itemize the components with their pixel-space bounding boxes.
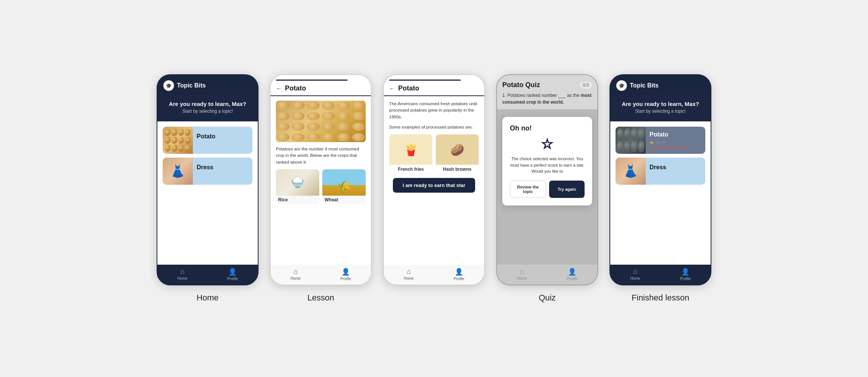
finished-potato-name: Potato — [649, 131, 705, 138]
back-arrow2[interactable]: ← — [389, 85, 395, 92]
crop-wheat: 🌾 Wheat — [322, 169, 366, 204]
hero-title: Are you ready to learn, Max? — [169, 101, 246, 107]
quiz-label: Quiz — [539, 293, 556, 303]
crops-grid: 🍚 Rice 🌾 Wheat — [276, 169, 366, 204]
modal-title: Oh no! — [510, 124, 532, 132]
modal-text: The choice selected was incorrect. You m… — [510, 156, 585, 175]
home-icon: ⌂ — [294, 268, 298, 276]
quiz-nav-home[interactable]: ⌂ Home — [517, 268, 527, 281]
topic-card-potato[interactable]: Potato ☆ ☆ ☆ — [163, 127, 252, 154]
app-title: Topic Bits — [177, 82, 206, 89]
finished-header: 🎓 Topic Bits — [610, 75, 711, 95]
wheat-img: 🌾 — [322, 169, 366, 196]
back-row2: ← Potato — [389, 84, 479, 92]
profile-icon-q: 👤 — [568, 268, 576, 276]
topic-card-dress[interactable]: 👗 Dress ☆ ☆ ☆ — [163, 158, 252, 185]
rice-img: 🍚 — [276, 169, 319, 196]
lesson-phone: ← Potato Potatoes are the number 4 most … — [270, 74, 372, 285]
lesson2-nav: ⌂ Home 👤 Profile — [384, 265, 484, 285]
quiz-title-row: Potato Quiz 0/3 — [502, 81, 592, 89]
profile-icon2: 👤 — [455, 268, 463, 276]
profile-label: Profile — [227, 277, 238, 281]
earn-star-button[interactable]: I am ready to earn that star — [393, 178, 475, 193]
lesson2-intro: The Americans consumed fresh potatoes un… — [389, 101, 479, 120]
profile-label2: Profile — [454, 277, 464, 281]
lesson2-body: The Americans consumed fresh potatoes un… — [384, 96, 484, 265]
finished-potato-info: Potato ★ ☆ ☆ Come back in 24 hours — [649, 131, 705, 149]
home-label2: Home — [404, 276, 414, 280]
lesson-hero-img — [276, 101, 366, 142]
lesson2-nav-profile[interactable]: 👤 Profile — [454, 268, 464, 281]
star-2: ☆ — [203, 172, 208, 178]
come-back-text: Come back in 24 hours — [649, 146, 705, 149]
finished-nav-home[interactable]: ⌂ Home — [630, 268, 640, 281]
nav-home[interactable]: ⌂ Home — [177, 268, 188, 281]
potato-info: Potato ☆ ☆ ☆ — [197, 133, 252, 147]
finished-dress-info: Dress ☆ ☆ ☆ — [649, 164, 705, 178]
dress-info: Dress ☆ ☆ ☆ — [197, 164, 252, 178]
finished-topic-potato[interactable]: Potato ★ ☆ ☆ Come back in 24 hours — [616, 127, 705, 154]
star-3: ☆ — [209, 172, 214, 178]
lesson2-examples: Some examples of processed potatoes are: — [389, 124, 479, 130]
profile-icon: 👤 — [342, 268, 350, 276]
quiz-title: Potato Quiz — [502, 81, 540, 89]
potato-bunch — [163, 127, 193, 154]
star-3: ☆ — [209, 141, 214, 147]
star-1: ☆ — [197, 172, 202, 178]
home-phone: 🎓 Topic Bits Are you ready to learn, Max… — [157, 74, 259, 285]
lesson-nav: ⌂ Home 👤 Profile — [271, 265, 371, 285]
app-logo-f: 🎓 — [616, 80, 627, 91]
back-row: ← Potato — [276, 84, 366, 92]
home-header: 🎓 Topic Bits — [157, 75, 258, 95]
home-icon-f: ⌂ — [633, 268, 637, 276]
home-label: Home — [197, 293, 219, 303]
home-topics: Potato ☆ ☆ ☆ 👗 Dress — [157, 121, 258, 265]
lesson-nav-home[interactable]: ⌂ Home — [291, 268, 301, 281]
hero-text-f: Are you ready to learn, Max? Start by se… — [622, 101, 699, 114]
profile-label-q: Profile — [567, 277, 577, 281]
lesson-screen-wrapper: ← Potato Potatoes are the number 4 most … — [270, 74, 372, 303]
home-screen-wrapper: 🎓 Topic Bits Are you ready to learn, Max… — [157, 74, 259, 303]
profile-icon-f: 👤 — [681, 268, 689, 276]
potato-stars: ☆ ☆ ☆ — [197, 141, 252, 147]
quiz-modal: Oh no! ☆ The choice selected was incorre… — [502, 117, 592, 205]
lesson-header: ← Potato — [271, 75, 371, 96]
home-icon-q: ⌂ — [520, 268, 524, 276]
quiz-nav-profile[interactable]: 👤 Profile — [567, 268, 577, 281]
lesson-nav-profile[interactable]: 👤 Profile — [340, 268, 351, 281]
fries-img: 🍟 — [389, 135, 432, 165]
finished-nav-profile[interactable]: 👤 Profile — [680, 268, 691, 281]
nav-profile[interactable]: 👤 Profile — [227, 268, 238, 281]
lesson2-nav-home[interactable]: ⌂ Home — [404, 268, 414, 281]
try-again-button[interactable]: Try again — [549, 181, 585, 198]
review-topic-button[interactable]: Review the topic — [510, 181, 546, 198]
star-2: ☆ — [203, 141, 208, 147]
lesson2-header: ← Potato — [384, 75, 484, 96]
quiz-bottom-nav: ⌂ Home 👤 Profile — [497, 265, 597, 285]
lesson-label: Lesson — [308, 293, 334, 303]
finished-dress-thumb: 👗 — [616, 158, 646, 185]
potato-name: Potato — [197, 133, 252, 140]
lesson-title: Potato — [285, 84, 306, 92]
lesson2-title: Potato — [398, 84, 419, 92]
profile-icon: 👤 — [228, 268, 237, 276]
lesson-body: Potatoes are the number 4 most consumed … — [271, 96, 371, 265]
dress-thumbnail: 👗 — [163, 158, 193, 185]
quiz-phone: Potato Quiz 0/3 1. Potatoes ranked numbe… — [496, 74, 598, 285]
back-arrow[interactable]: ← — [276, 85, 282, 92]
potato-thumbnail — [163, 127, 193, 154]
lesson-body-text: Potatoes are the number 4 most consumed … — [276, 146, 366, 166]
fries-name: French fries — [389, 165, 432, 174]
hero-title-f: Are you ready to learn, Max? — [622, 101, 699, 107]
modal-star-icon: ☆ — [541, 136, 553, 152]
star-2: ☆ — [656, 172, 660, 178]
hero-sub-f: Start by selecting a topic! — [622, 109, 699, 114]
home-icon: ⌂ — [180, 268, 185, 276]
finished-potato-stars: ★ ☆ ☆ — [649, 139, 705, 146]
finished-topic-dress[interactable]: 👗 Dress ☆ ☆ ☆ — [616, 158, 705, 185]
food-french-fries: 🍟 French fries — [389, 134, 432, 174]
home-hero: Are you ready to learn, Max? Start by se… — [157, 95, 258, 121]
profile-label: Profile — [340, 277, 351, 281]
finished-dress-name: Dress — [649, 164, 705, 171]
quiz-counter: 0/3 — [580, 82, 592, 89]
